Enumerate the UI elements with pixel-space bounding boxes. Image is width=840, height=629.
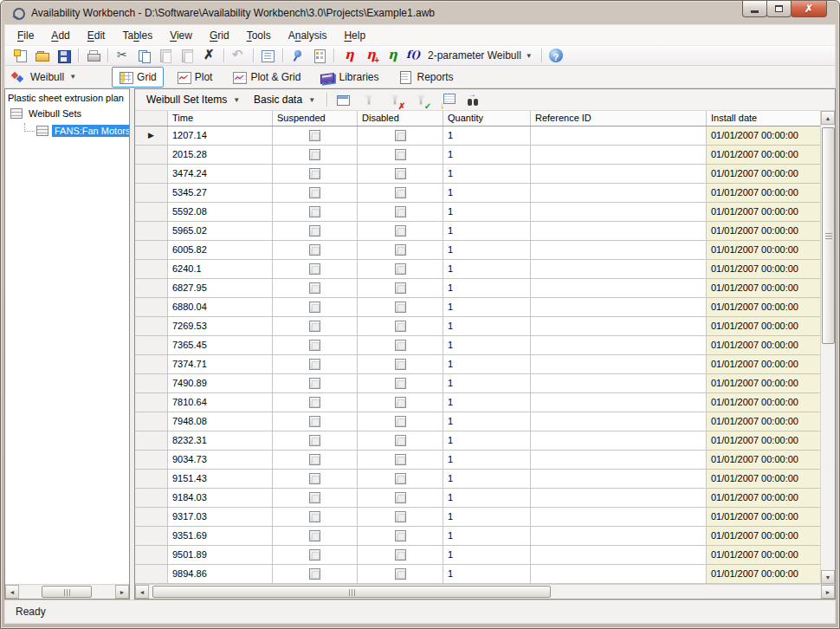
cell-reference-id[interactable] bbox=[531, 279, 707, 297]
menu-item-file[interactable]: File bbox=[9, 26, 42, 45]
cell-reference-id[interactable] bbox=[531, 451, 707, 469]
cell-suspended[interactable] bbox=[273, 146, 358, 164]
cell-disabled[interactable] bbox=[358, 317, 443, 335]
tab-reports[interactable]: Reports bbox=[391, 67, 460, 88]
cell-disabled[interactable] bbox=[358, 126, 443, 145]
cell-disabled[interactable] bbox=[358, 470, 443, 488]
table-row[interactable]: 7374.71101/01/2007 00:00:00 bbox=[135, 355, 820, 374]
pushpin-button[interactable] bbox=[287, 46, 308, 65]
cell-reference-id[interactable] bbox=[531, 336, 707, 354]
paste-button[interactable] bbox=[155, 46, 177, 65]
row-selector[interactable] bbox=[135, 165, 168, 183]
cell-quantity[interactable]: 1 bbox=[443, 146, 531, 164]
cell-time[interactable]: 1207.14 bbox=[168, 126, 273, 145]
column-insert-button[interactable] bbox=[435, 90, 461, 109]
app-icon[interactable] bbox=[11, 6, 25, 20]
table-row[interactable]: 2015.28101/01/2007 00:00:00 bbox=[135, 146, 820, 165]
print-button[interactable] bbox=[82, 46, 104, 65]
cell-quantity[interactable]: 1 bbox=[443, 203, 531, 221]
cell-suspended[interactable] bbox=[273, 393, 358, 412]
column-header-reference-id[interactable]: Reference ID bbox=[531, 111, 707, 126]
cell-reference-id[interactable] bbox=[531, 431, 707, 450]
disabled-checkbox[interactable] bbox=[395, 340, 406, 351]
row-selector[interactable] bbox=[135, 489, 168, 507]
row-selector[interactable] bbox=[135, 241, 168, 259]
cell-disabled[interactable] bbox=[358, 451, 443, 469]
suspended-checkbox[interactable] bbox=[309, 568, 320, 580]
suspended-checkbox[interactable] bbox=[309, 206, 320, 217]
row-selector[interactable] bbox=[135, 565, 168, 583]
cell-disabled[interactable] bbox=[358, 355, 443, 373]
cell-time[interactable]: 9184.03 bbox=[168, 489, 273, 507]
cell-time[interactable]: 7374.71 bbox=[168, 355, 273, 373]
table-row[interactable]: ▶1207.14101/01/2007 00:00:00 bbox=[135, 126, 820, 146]
eta-add-button[interactable] bbox=[359, 46, 381, 65]
tree-node-fans-fan-motors[interactable]: FANS:Fan Motors bbox=[5, 122, 129, 139]
cell-disabled[interactable] bbox=[358, 203, 443, 221]
cell-install-date[interactable]: 01/01/2007 00:00:00 bbox=[707, 317, 820, 335]
cell-install-date[interactable]: 01/01/2007 00:00:00 bbox=[707, 546, 820, 564]
table-row[interactable]: 7365.45101/01/2007 00:00:00 bbox=[135, 336, 820, 355]
help-button[interactable] bbox=[546, 46, 566, 65]
menu-item-tools[interactable]: Tools bbox=[238, 26, 280, 45]
row-selector[interactable] bbox=[135, 336, 168, 354]
row-selector[interactable] bbox=[135, 431, 168, 450]
cell-reference-id[interactable] bbox=[531, 470, 707, 488]
disabled-checkbox[interactable] bbox=[395, 473, 406, 484]
cell-suspended[interactable] bbox=[273, 165, 358, 183]
cell-suspended[interactable] bbox=[273, 336, 358, 354]
basic-data-dropdown[interactable]: Basic data▼ bbox=[248, 91, 323, 108]
table-row[interactable]: 5592.08101/01/2007 00:00:00 bbox=[135, 203, 820, 222]
table-row[interactable]: 6005.82101/01/2007 00:00:00 bbox=[135, 241, 820, 260]
table-row[interactable]: 9317.03101/01/2007 00:00:00 bbox=[135, 508, 820, 527]
disabled-checkbox[interactable] bbox=[395, 302, 406, 313]
suspended-checkbox[interactable] bbox=[309, 454, 320, 465]
cell-suspended[interactable] bbox=[273, 241, 358, 259]
cell-disabled[interactable] bbox=[358, 393, 443, 412]
cell-reference-id[interactable] bbox=[531, 393, 707, 412]
cell-disabled[interactable] bbox=[358, 565, 443, 583]
cell-suspended[interactable] bbox=[273, 222, 358, 240]
cell-install-date[interactable]: 01/01/2007 00:00:00 bbox=[707, 222, 820, 240]
table-row[interactable]: 9501.89101/01/2007 00:00:00 bbox=[135, 546, 820, 565]
filter-button[interactable] bbox=[357, 90, 383, 109]
cell-quantity[interactable]: 1 bbox=[443, 393, 531, 412]
row-selector[interactable] bbox=[135, 298, 168, 316]
weibull-set-items-dropdown[interactable]: Weibull Set Items▼ bbox=[140, 91, 248, 108]
cell-quantity[interactable]: 1 bbox=[443, 508, 531, 526]
title-bar[interactable]: Availability Workbench - D:\Software\Ava… bbox=[4, 1, 836, 24]
cell-suspended[interactable] bbox=[273, 489, 358, 507]
cell-quantity[interactable]: 1 bbox=[443, 317, 531, 335]
scroll-right-arrow[interactable]: ► bbox=[115, 585, 129, 599]
cell-install-date[interactable]: 01/01/2007 00:00:00 bbox=[707, 374, 820, 392]
suspended-checkbox[interactable] bbox=[309, 340, 320, 351]
column-header-disabled[interactable]: Disabled bbox=[358, 111, 443, 126]
cell-suspended[interactable] bbox=[273, 412, 358, 431]
cell-suspended[interactable] bbox=[273, 470, 358, 488]
cell-install-date[interactable]: 01/01/2007 00:00:00 bbox=[707, 431, 820, 450]
cell-install-date[interactable]: 01/01/2007 00:00:00 bbox=[707, 146, 820, 164]
row-selector[interactable] bbox=[135, 546, 168, 564]
find-button[interactable] bbox=[461, 90, 487, 109]
suspended-checkbox[interactable] bbox=[309, 549, 320, 561]
cell-reference-id[interactable] bbox=[531, 241, 707, 259]
grid-scrollbar-thumb[interactable] bbox=[152, 586, 551, 598]
cell-time[interactable]: 7269.53 bbox=[168, 317, 273, 335]
open-button[interactable] bbox=[31, 46, 53, 65]
cell-reference-id[interactable] bbox=[531, 203, 707, 221]
cell-install-date[interactable]: 01/01/2007 00:00:00 bbox=[707, 393, 820, 412]
cell-install-date[interactable]: 01/01/2007 00:00:00 bbox=[707, 184, 820, 202]
cell-time[interactable]: 9501.89 bbox=[168, 546, 273, 564]
undo-button[interactable] bbox=[228, 46, 249, 65]
cell-quantity[interactable]: 1 bbox=[443, 451, 531, 469]
eta-estimate-button[interactable] bbox=[338, 46, 359, 65]
suspended-checkbox[interactable] bbox=[309, 492, 320, 503]
column-header-quantity[interactable]: Quantity bbox=[443, 111, 531, 126]
table-row[interactable]: 5965.02101/01/2007 00:00:00 bbox=[135, 222, 820, 241]
cell-time[interactable]: 6827.95 bbox=[168, 279, 273, 297]
cell-install-date[interactable]: 01/01/2007 00:00:00 bbox=[707, 279, 820, 297]
suspended-checkbox[interactable] bbox=[309, 149, 320, 160]
suspended-checkbox[interactable] bbox=[309, 263, 320, 275]
row-selector[interactable] bbox=[135, 260, 168, 278]
row-selector[interactable] bbox=[135, 451, 168, 469]
